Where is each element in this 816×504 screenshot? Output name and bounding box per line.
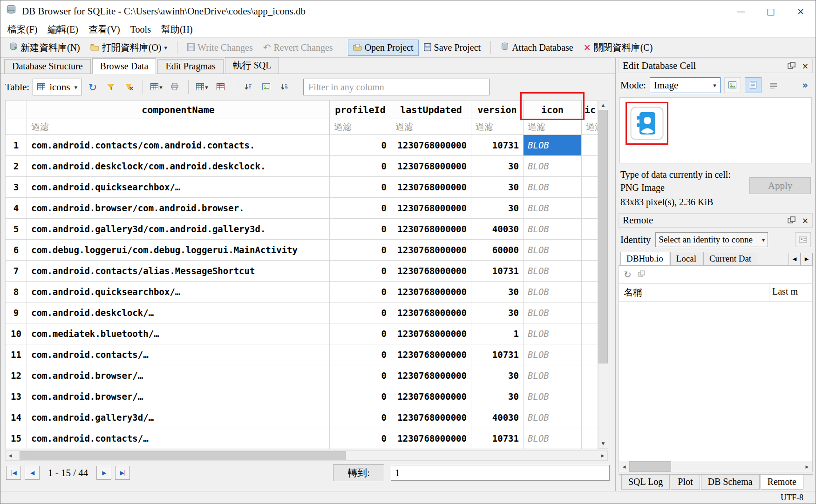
- filter-componentname[interactable]: 過濾: [27, 119, 330, 135]
- cell-componentName[interactable]: com.android.gallery3d/com.android.galler…: [27, 219, 330, 240]
- cell-empty[interactable]: [582, 386, 598, 407]
- remote-clone-database-icon[interactable]: [638, 270, 646, 279]
- cell-profileId[interactable]: 0: [330, 386, 391, 407]
- clear-filters-button[interactable]: [122, 79, 136, 95]
- cell-num[interactable]: 1: [6, 135, 27, 156]
- cell-empty[interactable]: [582, 344, 598, 365]
- tab-edit-pragmas[interactable]: Edit Pragmas: [157, 59, 223, 74]
- filter-lastupdated[interactable]: 過濾: [391, 119, 471, 135]
- cell-lastUpdated[interactable]: 1230768000000: [391, 428, 471, 449]
- cell-icon[interactable]: BLOB: [524, 135, 582, 156]
- tab-browse-data[interactable]: Browse Data: [92, 58, 156, 74]
- cell-profileId[interactable]: 0: [330, 135, 391, 156]
- cell-icon[interactable]: BLOB: [524, 344, 582, 365]
- cell-icon[interactable]: BLOB: [524, 198, 582, 219]
- cell-lastUpdated[interactable]: 1230768000000: [391, 177, 471, 198]
- cell-componentName[interactable]: com.android.quicksearchbox/…: [27, 177, 330, 198]
- cell-empty[interactable]: [582, 198, 598, 219]
- cell-version[interactable]: 40030: [471, 219, 524, 240]
- cell-num[interactable]: 13: [6, 386, 27, 407]
- filter-version[interactable]: 過濾: [471, 119, 524, 135]
- cell-num[interactable]: 4: [6, 198, 27, 219]
- filter-any-column-input[interactable]: [303, 79, 490, 95]
- cell-componentName[interactable]: com.debug.loggerui/com.debug.loggerui.Ma…: [27, 240, 330, 261]
- scroll-up-icon[interactable]: ▲: [598, 101, 608, 110]
- cell-componentName[interactable]: com.android.gallery3d/…: [27, 407, 330, 428]
- cell-lastUpdated[interactable]: 1230768000000: [391, 240, 471, 261]
- goto-button[interactable]: 轉到:: [333, 464, 384, 481]
- cell-icon[interactable]: BLOB: [524, 240, 582, 261]
- write-changes-button[interactable]: Write Changes: [182, 40, 258, 56]
- cell-empty[interactable]: [582, 156, 598, 177]
- filter-profileid[interactable]: 過濾: [330, 119, 391, 135]
- filter-button[interactable]: [103, 79, 118, 95]
- cell-lastUpdated[interactable]: 1230768000000: [391, 407, 471, 428]
- close-database-button[interactable]: ✕ 關閉資料庫(C): [578, 39, 658, 57]
- cell-num[interactable]: 15: [6, 428, 27, 449]
- maximize-button[interactable]: □: [756, 0, 786, 22]
- cell-lastUpdated[interactable]: 1230768000000: [391, 302, 471, 323]
- tabs-scroll-right-button[interactable]: ▶: [801, 253, 813, 265]
- scroll-right-icon[interactable]: ▶: [802, 461, 812, 472]
- cell-icon[interactable]: BLOB: [524, 323, 582, 344]
- cell-version[interactable]: 10731: [471, 428, 524, 449]
- cell-icon[interactable]: BLOB: [524, 386, 582, 407]
- remote-horizontal-scrollbar[interactable]: ◀ ▶: [619, 461, 812, 472]
- cell-empty[interactable]: [582, 428, 598, 449]
- cell-empty[interactable]: [582, 177, 598, 198]
- cell-profileId[interactable]: 0: [330, 156, 391, 177]
- cell-empty[interactable]: [582, 261, 598, 282]
- mode-select[interactable]: Image ▾: [650, 77, 721, 93]
- cell-num[interactable]: 5: [6, 219, 27, 240]
- cell-componentName[interactable]: com.mediatek.bluetooth/…: [27, 323, 330, 344]
- menu-help[interactable]: 幫助(H): [156, 22, 198, 37]
- cell-lastUpdated[interactable]: 1230768000000: [391, 386, 471, 407]
- import-identity-button[interactable]: [795, 232, 811, 247]
- word-wrap-button[interactable]: [765, 77, 782, 93]
- cell-profileId[interactable]: 0: [330, 407, 391, 428]
- menu-file[interactable]: 檔案(F): [2, 22, 42, 37]
- edit-cell-image-button[interactable]: [258, 79, 273, 95]
- remote-column-name[interactable]: 名稱: [619, 284, 769, 301]
- cell-icon[interactable]: BLOB: [524, 407, 582, 428]
- cell-num[interactable]: 8: [6, 282, 27, 302]
- cell-version[interactable]: 30: [471, 198, 524, 219]
- refresh-button[interactable]: ↻: [85, 79, 100, 95]
- cell-empty[interactable]: [582, 323, 598, 344]
- menu-edit[interactable]: 編輯(E): [42, 22, 83, 37]
- cell-version[interactable]: 1: [471, 323, 524, 344]
- cell-componentName[interactable]: com.android.browser/…: [27, 365, 330, 386]
- delete-record-button[interactable]: [213, 79, 228, 95]
- cell-icon[interactable]: BLOB: [524, 282, 582, 302]
- cell-empty[interactable]: [582, 240, 598, 261]
- tab-execute-sql[interactable]: 執行 SQL: [225, 57, 279, 74]
- cell-icon[interactable]: BLOB: [524, 365, 582, 386]
- text-view-toggle-button[interactable]: [745, 77, 762, 93]
- cell-version[interactable]: 30: [471, 365, 524, 386]
- menu-tools[interactable]: Tools: [125, 23, 156, 36]
- insert-record-button[interactable]: ▾: [195, 79, 210, 95]
- cell-icon[interactable]: BLOB: [524, 302, 582, 323]
- vertical-scroll-thumb[interactable]: [598, 110, 608, 363]
- cell-profileId[interactable]: 0: [330, 198, 391, 219]
- corner-header[interactable]: [6, 101, 27, 119]
- cell-componentName[interactable]: com.android.deskclock/…: [27, 302, 330, 323]
- cell-num[interactable]: 7: [6, 261, 27, 282]
- cell-empty[interactable]: [582, 365, 598, 386]
- sort-descending-button[interactable]: [277, 79, 292, 95]
- apply-button[interactable]: Apply: [749, 177, 811, 194]
- scroll-right-icon[interactable]: ▶: [598, 451, 607, 460]
- last-page-button[interactable]: ▶|: [115, 466, 130, 480]
- column-header-profileid[interactable]: profileId: [330, 101, 391, 119]
- remote-tab-current-database[interactable]: Current Dat: [703, 252, 757, 265]
- overflow-chevrons-icon[interactable]: »: [799, 80, 811, 91]
- scroll-left-icon[interactable]: ◀: [6, 451, 15, 460]
- cell-profileId[interactable]: 0: [330, 177, 391, 198]
- cell-empty[interactable]: [582, 407, 598, 428]
- cell-version[interactable]: 60000: [471, 240, 524, 261]
- float-panel-icon[interactable]: [788, 61, 796, 71]
- cell-icon[interactable]: BLOB: [524, 156, 582, 177]
- cell-profileId[interactable]: 0: [330, 282, 391, 302]
- cell-lastUpdated[interactable]: 1230768000000: [391, 135, 471, 156]
- cell-empty[interactable]: [582, 302, 598, 323]
